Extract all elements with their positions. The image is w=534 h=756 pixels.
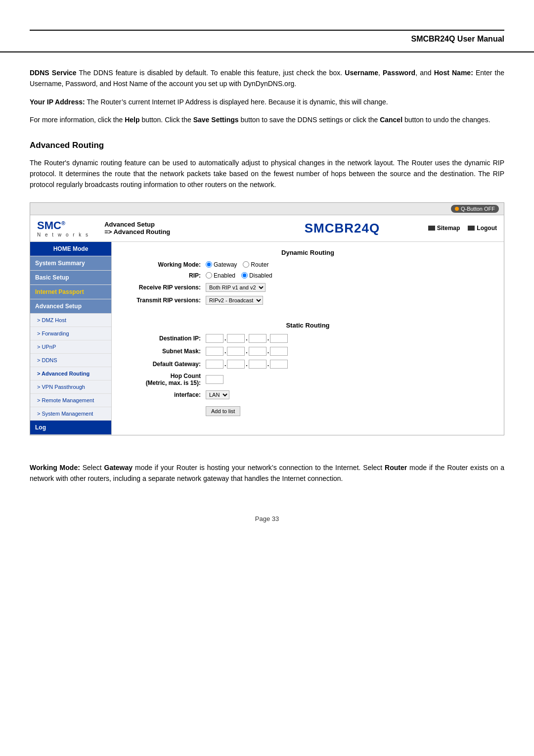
- receive-rip-controls: Both RIP v1 and v2: [206, 283, 266, 292]
- dest-ip-octet1[interactable]: [206, 334, 223, 343]
- hop-count-inputs: [206, 375, 223, 384]
- your-ip-label: Your IP Address:: [30, 98, 85, 106]
- sidebar-ddns[interactable]: > DDNS: [30, 354, 111, 367]
- advanced-routing-heading: Advanced Routing: [30, 141, 504, 150]
- default-gateway-row: Default Gateway: . . .: [122, 360, 494, 369]
- receive-rip-select[interactable]: Both RIP v1 and v2: [206, 283, 266, 292]
- subnet-mask-inputs: . . .: [206, 347, 288, 356]
- logout-link[interactable]: Logout: [468, 225, 497, 232]
- username-label: Username: [345, 69, 378, 77]
- interface-select[interactable]: LAN: [206, 390, 229, 399]
- sidebar-log[interactable]: Log: [30, 421, 111, 435]
- disabled-radio-label[interactable]: Disabled: [241, 272, 272, 279]
- router-radio-label[interactable]: Router: [243, 261, 268, 268]
- sidebar-upnp[interactable]: > UPnP: [30, 340, 111, 354]
- sidebar-advanced-setup[interactable]: Advanced Setup: [30, 299, 111, 314]
- router-label: Router: [251, 261, 268, 268]
- working-mode-controls: Gateway Router: [206, 261, 268, 268]
- sidebar-system-management[interactable]: > System Management: [30, 407, 111, 421]
- gateway-radio[interactable]: [206, 261, 212, 268]
- dest-ip-row: Destination IP: . . .: [122, 334, 494, 343]
- sidebar-advanced-routing[interactable]: > Advanced Routing: [30, 367, 111, 380]
- disabled-radio[interactable]: [241, 272, 248, 279]
- working-mode-desc: Working Mode: Select Gateway mode if you…: [30, 462, 504, 484]
- router-topbar: Q-Button OFF: [30, 203, 504, 215]
- ddns-service-label: DDNS Service: [30, 69, 77, 77]
- transmit-rip-row: Transmit RIP versions: RIPv2 - Broadcast: [122, 296, 494, 305]
- dest-ip-label: Destination IP:: [122, 335, 206, 342]
- q-button-label: Q-Button OFF: [461, 206, 495, 212]
- sidebar-remote-management[interactable]: > Remote Management: [30, 394, 111, 407]
- gateway-octet2[interactable]: [227, 360, 245, 369]
- gateway-bold: Gateway: [104, 464, 133, 472]
- default-gateway-inputs: . . .: [206, 360, 288, 369]
- q-button[interactable]: Q-Button OFF: [451, 205, 499, 213]
- router-model: SMCBR24Q: [266, 221, 418, 236]
- dynamic-routing-title: Dynamic Routing: [122, 249, 494, 256]
- sidebar-dmz-host[interactable]: > DMZ Host: [30, 314, 111, 327]
- bottom-content: Working Mode: Select Gateway mode if you…: [0, 462, 534, 505]
- gateway-label: Gateway: [214, 261, 237, 268]
- gateway-octet3[interactable]: [249, 360, 267, 369]
- rip-controls: Enabled Disabled: [206, 272, 272, 279]
- static-routing-title: Static Routing: [122, 322, 494, 329]
- sidebar-vpn-passthrough[interactable]: > VPN Passthrough: [30, 380, 111, 394]
- enabled-label: Enabled: [214, 272, 235, 279]
- subnet-mask-octet3[interactable]: [249, 347, 267, 356]
- add-to-list-button[interactable]: Add to list: [206, 406, 240, 416]
- disabled-label: Disabled: [249, 272, 272, 279]
- q-button-dot: [455, 207, 459, 211]
- save-settings-bold: Save Settings: [193, 116, 239, 124]
- sitemap-icon: [428, 226, 435, 231]
- hostname-label: Host Name:: [434, 69, 473, 77]
- receive-rip-row: Receive RIP versions: Both RIP v1 and v2: [122, 283, 494, 292]
- gateway-octet1[interactable]: [206, 360, 223, 369]
- router-bold: Router: [385, 464, 407, 472]
- working-mode-label: Working Mode:: [122, 261, 206, 268]
- dest-ip-octet3[interactable]: [249, 334, 267, 343]
- ddns-paragraph: DDNS Service The DDNS feature is disable…: [30, 67, 504, 90]
- help-paragraph: For more information, click the Help but…: [30, 114, 504, 125]
- router-content-area: Dynamic Routing Working Mode: Gateway Ro…: [112, 242, 504, 435]
- transmit-rip-select[interactable]: RIPv2 - Broadcast: [206, 296, 263, 305]
- hop-count-input[interactable]: [206, 375, 223, 384]
- subnet-mask-octet1[interactable]: [206, 347, 223, 356]
- router-nav-title: Advanced Setup => Advanced Routing: [99, 221, 256, 236]
- add-to-list-row: Add to list: [122, 403, 494, 416]
- router-sidebar: HOME Mode System Summary Basic Setup Int…: [30, 242, 112, 435]
- ip-address-paragraph: Your IP Address: The Router’s current In…: [30, 96, 504, 107]
- enabled-radio[interactable]: [206, 272, 212, 279]
- smc-logo-text: SMC®: [37, 219, 65, 232]
- router-ui-screenshot: Q-Button OFF SMC® N e t w o r k s Advanc…: [30, 202, 504, 435]
- receive-rip-label: Receive RIP versions:: [122, 284, 206, 291]
- sitemap-link[interactable]: Sitemap: [428, 225, 460, 232]
- default-gateway-label: Default Gateway:: [122, 361, 206, 368]
- router-header: SMC® N e t w o r k s Advanced Setup => A…: [30, 215, 504, 242]
- sidebar-system-summary[interactable]: System Summary: [30, 256, 111, 271]
- subnet-mask-octet4[interactable]: [270, 347, 288, 356]
- advanced-routing-desc: The Router's dynamic routing feature can…: [30, 157, 504, 190]
- enabled-radio-label[interactable]: Enabled: [206, 272, 235, 279]
- sidebar-home-mode[interactable]: HOME Mode: [30, 242, 111, 256]
- logout-icon: [468, 226, 475, 231]
- hop-count-row: Hop Count (Metric, max. is 15):: [122, 373, 494, 386]
- gateway-radio-label[interactable]: Gateway: [206, 261, 237, 268]
- router-main: HOME Mode System Summary Basic Setup Int…: [30, 242, 504, 435]
- dest-ip-octet4[interactable]: [270, 334, 288, 343]
- rip-label: RIP:: [122, 272, 206, 279]
- subnet-mask-octet2[interactable]: [227, 347, 245, 356]
- sidebar-basic-setup[interactable]: Basic Setup: [30, 271, 111, 285]
- working-mode-bold: Working Mode:: [30, 464, 80, 472]
- gateway-octet4[interactable]: [270, 360, 288, 369]
- router-links: Sitemap Logout: [428, 225, 497, 232]
- smc-logo: SMC® N e t w o r k s: [37, 219, 89, 237]
- interface-label: interface:: [122, 391, 206, 398]
- sidebar-forwarding[interactable]: > Forwarding: [30, 327, 111, 340]
- working-mode-row: Working Mode: Gateway Router: [122, 261, 494, 268]
- router-radio[interactable]: [243, 261, 249, 268]
- main-content: DDNS Service The DDNS feature is disable…: [0, 52, 534, 462]
- interface-select-wrapper: LAN: [206, 390, 229, 399]
- rip-row: RIP: Enabled Disabled: [122, 272, 494, 279]
- dest-ip-octet2[interactable]: [227, 334, 245, 343]
- sidebar-internet-passport[interactable]: Internet Passport: [30, 285, 111, 299]
